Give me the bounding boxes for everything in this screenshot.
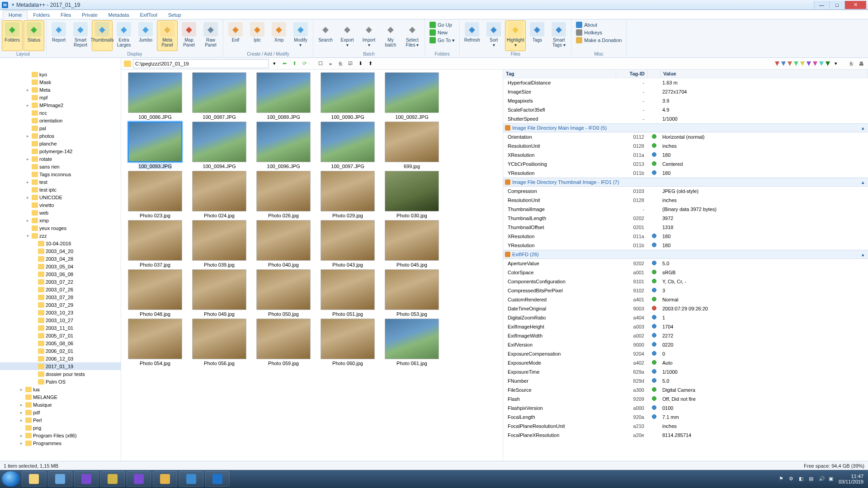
tree-item[interactable]: ▸rotate	[0, 155, 121, 163]
meta-row[interactable]: FocalPlaneXResolutiona20e8114.285714	[503, 431, 868, 440]
meta-row[interactable]: XResolution011a180	[503, 232, 868, 241]
task-vs1[interactable]	[74, 471, 99, 487]
tree-item[interactable]: dossier pour tests	[0, 370, 121, 378]
tree-item[interactable]: 2003_07_22	[0, 278, 121, 286]
select-files-button[interactable]: ◆SelectFiles ▾	[402, 20, 423, 51]
thumbnail[interactable]: Photo 059.jpg	[251, 319, 316, 366]
expand-icon[interactable]: ▸	[19, 418, 24, 422]
task-explorer[interactable]	[22, 471, 46, 487]
expand-icon[interactable]: ▸	[25, 134, 30, 138]
tag-arrow-icon[interactable]	[781, 61, 786, 66]
tree-item[interactable]: Tags inconnus	[0, 170, 121, 178]
folders-button[interactable]: ◆Folders	[2, 20, 23, 51]
exif-button[interactable]: ◆Exif	[225, 20, 246, 51]
tree-item[interactable]: pal	[0, 124, 121, 132]
thumbnail[interactable]: 100_0096.JPG	[251, 122, 316, 169]
thumbnail[interactable]: Photo 050.jpg	[251, 269, 316, 317]
expand-icon[interactable]: ▸	[19, 433, 24, 438]
about-item[interactable]: About	[575, 21, 623, 28]
task-libraries[interactable]	[48, 471, 72, 487]
tag-arrow-icon[interactable]	[826, 61, 830, 66]
thumbnail[interactable]: Photo 053.jpg	[380, 269, 444, 317]
thumbnail[interactable]: 100_0093.JPG	[123, 122, 187, 169]
metadata-rows[interactable]: HyperfocalDistance-1.63 mImageSize-2272x…	[503, 78, 868, 461]
tag-arrow-icon[interactable]	[775, 61, 779, 66]
task-ie[interactable]	[179, 471, 203, 487]
map-panel-button[interactable]: ◆MapPanel	[179, 20, 199, 51]
meta-section-header[interactable]: ExifIFD (26)▴	[503, 250, 868, 259]
task-app1[interactable]	[153, 471, 177, 487]
thumbnail[interactable]: 100_0086.JPG	[123, 72, 187, 120]
meta-row[interactable]: ExposureCompensation92040	[503, 349, 868, 358]
collapse-icon[interactable]: ▴	[862, 252, 864, 258]
tree-item[interactable]: vinetto	[0, 201, 121, 209]
tag-arrow-icon[interactable]	[788, 61, 792, 66]
thumbnail[interactable]: Photo 040.jpg	[251, 220, 316, 267]
tree-item[interactable]: polymerge-142	[0, 147, 121, 155]
thumbnail[interactable]: Photo 026.jpg	[251, 171, 316, 218]
meta-row[interactable]: ExifImageWidtha0022272	[503, 331, 868, 340]
thumbnail[interactable]: Photo 045.jpg	[380, 220, 444, 267]
import-button[interactable]: ◆Import▾	[359, 20, 379, 51]
toolbar-upload-icon[interactable]: ⬆	[366, 60, 374, 68]
path-dropdown[interactable]: ▾	[270, 60, 278, 68]
meta-row[interactable]: FocalPlaneResolutionUnita210inches	[503, 422, 868, 431]
tree-item[interactable]: 2003_10_27	[0, 316, 121, 324]
expand-icon[interactable]: ▾	[25, 234, 30, 238]
tag-arrow-icon[interactable]	[794, 61, 798, 66]
meta-row[interactable]: HyperfocalDistance-1.63 m	[503, 78, 868, 87]
col-value[interactable]: Value	[660, 70, 868, 78]
tree-item[interactable]: 2003_10_23	[0, 309, 121, 316]
ribbon-tab-metadata[interactable]: Metadata	[103, 11, 135, 19]
tree-item[interactable]: 2003_11_01	[0, 324, 121, 332]
thumbnail[interactable]: Photo 048.jpg	[123, 269, 187, 317]
thumbnail[interactable]: 699.jpg	[380, 122, 444, 169]
thumbnail[interactable]: Photo 030.jpg	[380, 171, 444, 218]
meta-row[interactable]: ApertureValue92025.0	[503, 259, 868, 268]
expand-icon[interactable]: ▸	[19, 403, 24, 407]
meta-row[interactable]: Compression0103JPEG (old-style)	[503, 187, 868, 196]
meta-row[interactable]: CustomRendereda401Normal	[503, 295, 868, 304]
tree-item[interactable]: sans rien	[0, 163, 121, 170]
thumbnail[interactable]: Photo 060.jpg	[316, 319, 380, 366]
minimize-button[interactable]: —	[814, 1, 829, 9]
meta-row[interactable]: ShutterSpeed-1/1000	[503, 114, 868, 123]
meta-row[interactable]: DigitalZoomRatioa4041	[503, 313, 868, 322]
ribbon-tab-private[interactable]: Private	[76, 11, 103, 19]
col-tagid[interactable]: Tag-ID	[616, 70, 648, 78]
ribbon-tab-files[interactable]: Files	[55, 11, 76, 19]
thumbnail-pane[interactable]: 100_0086.JPG100_0087.JPG100_0089.JPG100_…	[121, 70, 503, 461]
task-save[interactable]	[100, 471, 125, 487]
meta-row[interactable]: YResolution011b180	[503, 169, 868, 178]
refresh-button[interactable]: ◆Refresh	[462, 20, 482, 51]
thumbnail[interactable]: Photo 051.jpg	[316, 269, 380, 317]
tray-network-icon[interactable]: ▤	[809, 476, 815, 482]
expand-icon[interactable]: ▸	[25, 103, 30, 108]
toolbar-download-icon[interactable]: ⬇	[356, 60, 364, 68]
toolbar-copy-icon[interactable]: ⎘	[847, 60, 855, 68]
meta-row[interactable]: ComponentsConfiguration9101Y, Cb, Cr, -	[503, 277, 868, 286]
meta-row[interactable]: ThumbnailImage-(Binary data 3972 bytes)	[503, 205, 868, 214]
tree-item[interactable]: Palm OS	[0, 378, 121, 385]
meta-row[interactable]: ExifImageHeighta0031704	[503, 322, 868, 331]
extra-larges-button[interactable]: ◆ExtraLarges	[113, 20, 134, 51]
tree-item[interactable]: ▸pdf	[0, 408, 121, 416]
thumbnail[interactable]: 100_0092.JPG	[380, 72, 444, 120]
folder-tree[interactable]: kyoMask▸Metampf▸MPImage2nccorientationpa…	[0, 70, 121, 461]
meta-section-header[interactable]: Image File Directory Thumbnail Image - I…	[503, 178, 868, 187]
maximize-button[interactable]: □	[829, 1, 844, 9]
close-button[interactable]: ✕	[844, 1, 866, 9]
tag-arrow-icon[interactable]	[807, 61, 811, 66]
thumbnail[interactable]: Photo 043.jpg	[316, 220, 380, 267]
meta-row[interactable]: ResolutionUnit0128inches	[503, 141, 868, 150]
task-metadata[interactable]	[205, 471, 230, 487]
thumbnail[interactable]: 100_0087.JPG	[187, 72, 251, 120]
task-vs2[interactable]	[127, 471, 151, 487]
tree-item[interactable]: orientation	[0, 117, 121, 124]
tree-item[interactable]: mpf	[0, 94, 121, 101]
arrows-dropdown[interactable]: ▾	[832, 60, 840, 68]
meta-row[interactable]: Megapixels-3.9	[503, 96, 868, 105]
toolbar-btn-1[interactable]: ☐	[316, 60, 325, 68]
meta-section-header[interactable]: Image File Directory Main Image - IFD0 (…	[503, 123, 868, 132]
ribbon-tab-exiftool[interactable]: ExifTool	[134, 11, 163, 19]
